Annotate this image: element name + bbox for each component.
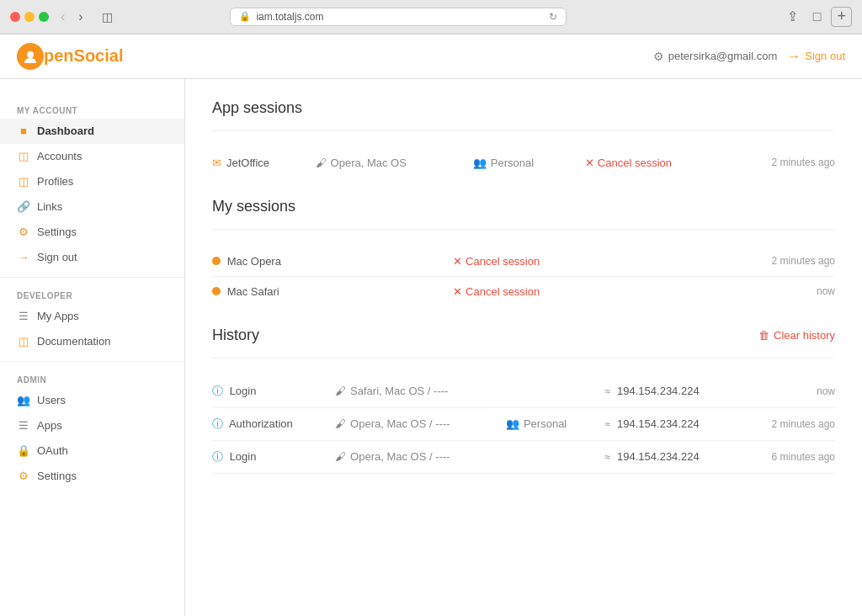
dashboard-icon: ■ [17, 125, 30, 138]
logo-text: penSocial [44, 46, 123, 66]
documentation-icon: ◫ [17, 335, 30, 348]
app-header: penSocial ⚙ petersirka@gmail.com → Sign … [0, 35, 862, 79]
app-name-cell: ✉ JetOffice [212, 148, 309, 178]
signout-sidebar-label: Sign out [37, 251, 77, 263]
svg-point-0 [27, 51, 34, 58]
profile-icon: 👥 [506, 417, 519, 430]
sidebar: MY ACCOUNT ■ Dashboard ◫ Accounts ◫ Prof… [0, 79, 185, 616]
my-apps-icon: ☰ [17, 310, 30, 323]
close-dot[interactable] [10, 12, 20, 22]
sidebar-divider-2 [0, 361, 184, 362]
ip-info: ≈ 194.154.234.224 [604, 417, 699, 430]
app-wrapper: penSocial ⚙ petersirka@gmail.com → Sign … [0, 35, 862, 616]
trash-icon: 🗑 [758, 329, 769, 342]
sidebar-toggle-button[interactable]: □ [808, 7, 827, 27]
info-icon: ⓘ [212, 385, 223, 397]
users-icon: 👥 [17, 394, 30, 407]
monitor-icon: 🖌 [335, 450, 346, 463]
header-right: ⚙ petersirka@gmail.com → Sign out [653, 49, 845, 64]
url-text: iam.totaljs.com [256, 11, 323, 23]
x-icon: ✕ [585, 157, 594, 169]
time-cell: 2 minutes ago [675, 247, 835, 277]
dashboard-label: Dashboard [37, 125, 94, 137]
cancel-session-mac-opera-button[interactable]: ✕ Cancel session [453, 255, 540, 268]
sidebar-item-my-apps[interactable]: ☰ My Apps [0, 304, 184, 329]
admin-settings-icon: ⚙ [17, 470, 30, 483]
browser-actions: ⇪ □ + [782, 7, 852, 27]
accounts-label: Accounts [37, 150, 82, 162]
back-button[interactable]: ‹ [56, 8, 70, 26]
profile-info: 👥 Personal [473, 157, 534, 169]
cancel-session-mac-safari-button[interactable]: ✕ Cancel session [453, 285, 540, 298]
signout-button[interactable]: → Sign out [787, 49, 845, 64]
cancel-session-button[interactable]: ✕ Cancel session [585, 157, 672, 169]
sidebar-item-settings-account[interactable]: ⚙ Settings [0, 220, 184, 245]
signout-sidebar-icon: → [17, 251, 30, 264]
device-info: 🖌 Safari, Mac OS / ---- [335, 385, 448, 397]
profiles-label: Profiles [37, 175, 73, 188]
table-row: ⓘ Authorization 🖌 Opera, Mac OS / ---- � [212, 407, 835, 440]
profile-info: 👥 Personal [506, 417, 567, 430]
browser-chrome: ‹ › ◫ 🔒 iam.totaljs.com ↻ ⇪ □ + [0, 0, 862, 35]
sidebar-item-profiles[interactable]: ◫ Profiles [0, 169, 184, 194]
history-type-cell: ⓘ Authorization [212, 407, 328, 440]
history-type-cell: ⓘ Login [212, 440, 328, 473]
oauth-label: OAuth [37, 444, 68, 457]
cancel-session-cell: ✕ Cancel session [446, 276, 675, 306]
clear-history-button[interactable]: 🗑 Clear history [758, 329, 835, 342]
lock-icon: 🔒 [239, 11, 251, 22]
oauth-icon: 🔒 [17, 444, 30, 458]
device-cell: 🖌 Opera, Mac OS [309, 148, 466, 178]
session-dot-online-2 [212, 287, 221, 295]
signout-label: Sign out [805, 50, 845, 62]
history-header: History 🗑 Clear history [212, 327, 835, 344]
layout-button[interactable]: ◫ [95, 8, 120, 25]
developer-section-title: DEVELOPER [0, 284, 184, 304]
header-email: ⚙ petersirka@gmail.com [653, 50, 778, 63]
users-label: Users [37, 394, 66, 406]
table-row: ⓘ Login 🖌 Safari, Mac OS / ---- [212, 375, 835, 408]
apps-icon: ☰ [17, 419, 30, 433]
sidebar-item-links[interactable]: 🔗 Links [0, 194, 184, 220]
session-name-cell: Mac Safari [212, 276, 385, 306]
sidebar-item-oauth[interactable]: 🔒 OAuth [0, 438, 184, 464]
cancel-session-cell: ✕ Cancel session [446, 247, 675, 277]
address-bar[interactable]: 🔒 iam.totaljs.com ↻ [230, 8, 567, 26]
sidebar-item-apps[interactable]: ☰ Apps [0, 413, 184, 438]
empty-profile-cell [416, 276, 446, 306]
profile-cell: 👥 Personal [466, 148, 578, 178]
session-dot-online [212, 257, 221, 265]
maximize-dot[interactable] [39, 12, 49, 22]
sidebar-item-settings-admin[interactable]: ⚙ Settings [0, 464, 184, 489]
share-button[interactable]: ⇪ [782, 7, 803, 27]
sidebar-item-dashboard[interactable]: ■ Dashboard [0, 119, 184, 144]
new-tab-button[interactable]: + [831, 7, 852, 27]
refresh-icon[interactable]: ↻ [549, 11, 557, 23]
minimize-dot[interactable] [24, 12, 35, 22]
profile-icon: 👥 [473, 157, 487, 169]
x-icon: ✕ [453, 285, 462, 298]
accounts-icon: ◫ [17, 150, 30, 163]
settings-account-label: Settings [37, 226, 77, 238]
sidebar-item-documentation[interactable]: ◫ Documentation [0, 329, 184, 354]
settings-gear-icon: ⚙ [653, 50, 664, 63]
app-icon: ✉ JetOffice [212, 157, 269, 169]
table-row: Mac Opera ✕ Cancel session 2 minutes ago [212, 247, 835, 277]
sidebar-item-users[interactable]: 👥 Users [0, 388, 184, 413]
table-row: Mac Safari ✕ Cancel session now [212, 276, 835, 306]
history-device-cell: 🖌 Safari, Mac OS / ---- [328, 375, 499, 408]
sidebar-item-signout[interactable]: → Sign out [0, 245, 184, 270]
empty-device-cell [385, 276, 415, 306]
sidebar-item-accounts[interactable]: ◫ Accounts [0, 144, 184, 169]
history-time-cell: now [742, 375, 835, 408]
main-content: App sessions ✉ JetOffice 🖌 [185, 79, 862, 616]
cancel-cell: ✕ Cancel session [578, 148, 729, 178]
documentation-label: Documentation [37, 335, 110, 348]
sidebar-divider-1 [0, 277, 184, 278]
browser-dots [10, 12, 49, 22]
history-device-cell: 🖌 Opera, Mac OS / ---- [328, 407, 499, 440]
forward-button[interactable]: › [73, 8, 88, 26]
empty-device-cell [385, 247, 415, 277]
device-info: 🖌 Opera, Mac OS [316, 157, 407, 169]
wifi-icon: ≈ [604, 418, 610, 430]
